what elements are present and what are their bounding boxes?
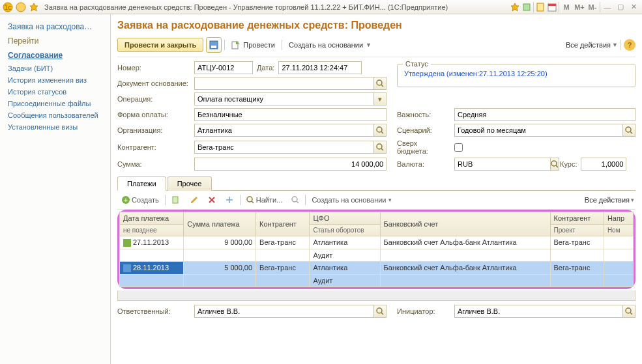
svg-line-17 [630,132,632,133]
m-plus-button[interactable]: M+ [574,2,585,12]
svg-line-26 [252,201,254,203]
table-row[interactable]: 27.11.20139 000,00Вега-трансАтлантикаБан… [120,236,634,249]
col-cfo-sub[interactable]: Статья оборотов [310,225,380,236]
responsible-field[interactable] [194,305,373,318]
basis-lookup-icon[interactable] [373,77,387,90]
overbudget-label: Сверх бюджета: [397,139,450,155]
create-based-button[interactable]: Создать на основании ▼ [285,38,375,51]
svg-point-20 [551,161,557,166]
date-field[interactable] [278,61,362,74]
payform-label: Форма оплаты: [117,111,190,119]
main-toolbar: Провести и закрыть Провести Создать на о… [117,35,635,57]
grid-edit-icon[interactable] [186,193,202,206]
col-dir-sub[interactable]: Ном [604,225,633,236]
sum-field[interactable] [194,158,387,171]
help-icon[interactable]: ? [624,39,635,51]
importance-field[interactable] [454,108,635,121]
sidebar-link-tasks[interactable]: Задачи (БИТ) [8,63,110,74]
org-field[interactable] [194,124,373,137]
number-field[interactable] [194,61,253,74]
scenario-lookup-icon[interactable] [622,124,635,137]
post-label: Провести [243,41,275,49]
col-cfo[interactable]: ЦФО [310,212,380,225]
scenario-field[interactable] [454,124,622,137]
grid-delete-icon[interactable] [205,194,219,206]
org-lookup-icon[interactable] [373,124,387,137]
payform-field[interactable] [194,108,387,121]
col-contractor2[interactable]: Контрагент [550,212,604,225]
contractor-label: Контрагент: [117,143,190,151]
svg-rect-6 [537,3,544,11]
sidebar-section-approval[interactable]: Согласование [8,48,110,63]
rate-label: Курс: [560,160,577,168]
operation-dropdown-icon[interactable]: ▾ [373,92,387,105]
svg-point-27 [292,197,297,202]
table-row[interactable]: 28.11.20135 000,00Вега-трансАтлантикаБан… [120,262,634,275]
sidebar-link-visas[interactable]: Установленные визы [8,121,110,133]
status-link[interactable]: Утверждена (изменен:27.11.2013 12:25:20) [404,70,547,77]
grid-find-button[interactable]: Найти... [243,194,286,206]
rate-field[interactable] [581,158,626,171]
minimize-button[interactable]: — [602,2,613,12]
scenario-label: Сценарий: [397,126,450,134]
currency-field[interactable] [454,158,550,171]
grid-all-actions-button[interactable]: Все действия ▾ [585,196,634,204]
grid-create-button[interactable]: +Создать [119,194,162,206]
sidebar-link-visa-history[interactable]: История изменения виз [8,74,110,86]
maximize-button[interactable]: ▢ [615,2,626,12]
svg-rect-5 [523,4,530,10]
star-icon[interactable] [29,2,39,12]
col-bank[interactable]: Банковский счет [380,212,550,236]
grid-move-icon[interactable] [222,193,237,206]
col-sum[interactable]: Сумма платежа [184,212,256,236]
col-contractor[interactable]: Контрагент [256,212,310,236]
post-and-close-button[interactable]: Провести и закрыть [117,38,203,52]
window-title: Заявка на расходование денежных средств:… [42,3,507,11]
col-date[interactable]: Дата платежа [120,212,184,225]
svg-point-2 [16,3,25,12]
table-row-sub[interactable]: Аудит [120,275,634,287]
responsible-lookup-icon[interactable] [373,305,387,318]
col-date-sub[interactable]: не позднее [120,225,184,236]
initiator-lookup-icon[interactable] [622,305,635,318]
operation-field[interactable] [194,92,373,105]
contractor-field[interactable] [194,141,373,154]
col-dir[interactable]: Напр [604,212,633,225]
payments-grid[interactable]: Дата платежа Сумма платежа Контрагент ЦФ… [119,212,634,287]
history-icon[interactable] [521,2,532,12]
m-minus-button[interactable]: M- [587,2,598,12]
smile-icon[interactable] [16,2,26,12]
tab-other[interactable]: Прочее [168,176,212,191]
save-button[interactable] [206,37,222,53]
close-button[interactable]: ✕ [628,2,639,12]
sidebar-link-messages[interactable]: Сообщения пользователей [8,109,110,121]
calc-icon[interactable] [535,2,546,12]
grid-scrollbar[interactable] [117,290,635,301]
sidebar-link-attachments[interactable]: Присоединенные файлы [8,98,110,109]
sidebar-title[interactable]: Заявка на расходова… [8,20,110,34]
post-button[interactable]: Провести [227,38,279,52]
sidebar-link-status-history[interactable]: История статусов [8,86,110,98]
fav-icon[interactable] [510,2,520,12]
initiator-field[interactable] [454,305,622,318]
grid-create-based-button[interactable]: Создать на основании ▾ [308,194,394,206]
sidebar-section-goto[interactable]: Перейти [8,34,110,48]
operation-label: Операция: [117,95,190,103]
grid-copy-icon[interactable] [168,193,184,206]
sidebar: Заявка на расходова… Перейти Согласовани… [0,14,111,364]
svg-point-31 [626,308,631,313]
footer-row: Ответственный: Инициатор: [117,301,635,318]
title-bar: 1c Заявка на расходование денежных средс… [0,0,642,14]
col-contractor2-sub[interactable]: Проект [550,225,604,236]
grid-clear-find-icon[interactable] [288,194,302,206]
basis-field[interactable] [194,77,373,90]
tab-payments[interactable]: Платежи [117,176,166,191]
all-actions-button[interactable]: Все действия ▼ [566,41,618,49]
contractor-lookup-icon[interactable] [373,141,387,154]
currency-lookup-icon[interactable] [550,158,559,171]
calendar-icon[interactable] [547,2,557,12]
m-button[interactable]: M [561,2,572,12]
overbudget-checkbox[interactable] [454,143,463,152]
svg-line-13 [381,85,383,87]
table-row-sub[interactable]: Аудит [120,249,634,262]
